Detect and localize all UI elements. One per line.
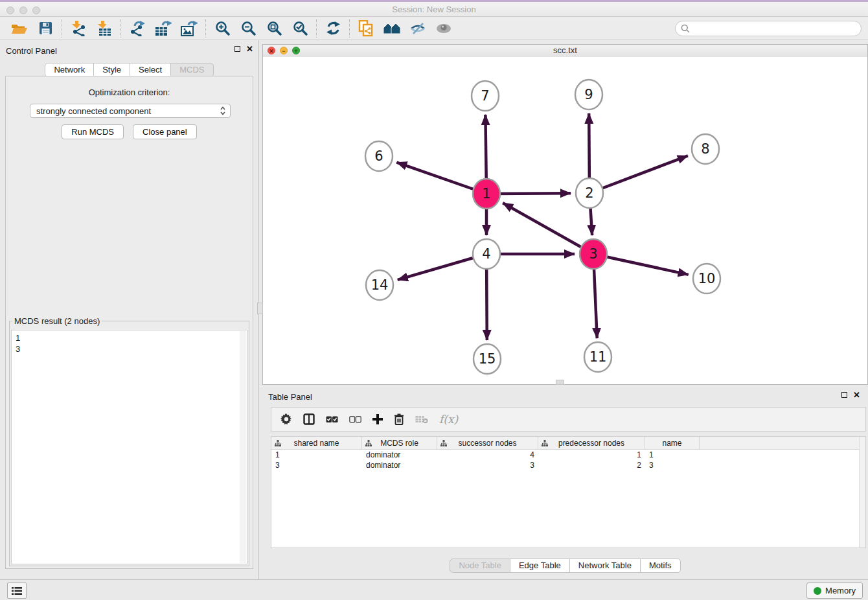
cell-shared-name[interactable]: 1 bbox=[271, 450, 362, 459]
graph-edge-2-8[interactable] bbox=[589, 156, 688, 193]
mcds-result-title: MCDS result (2 nodes) bbox=[12, 316, 102, 326]
network-window-titlebar[interactable]: ✕ − + scc.txt bbox=[263, 45, 867, 58]
column-header-shared-name[interactable]: shared name bbox=[271, 437, 362, 449]
hierarchy-icon bbox=[440, 440, 447, 446]
graph-edge-3-10[interactable] bbox=[593, 254, 689, 275]
task-history-button[interactable] bbox=[7, 583, 27, 599]
memory-label: Memory bbox=[825, 586, 856, 595]
column-header-predecessor-nodes[interactable]: predecessor nodes bbox=[538, 437, 645, 449]
add-column-icon[interactable] bbox=[372, 414, 383, 424]
column-label: name bbox=[662, 439, 681, 448]
network-canvas[interactable]: 1234678910111415 bbox=[263, 57, 867, 384]
tab-style[interactable]: Style bbox=[93, 63, 130, 77]
cell-name[interactable]: 3 bbox=[645, 461, 700, 470]
memory-button[interactable]: Memory bbox=[806, 583, 863, 599]
network-close-icon[interactable]: ✕ bbox=[268, 47, 275, 54]
graph-edge-3-1[interactable] bbox=[503, 203, 593, 254]
table-row[interactable]: 3 dominator 3 2 3 bbox=[271, 460, 865, 470]
close-window-icon[interactable] bbox=[6, 6, 14, 14]
column-label: predecessor nodes bbox=[558, 439, 624, 448]
cell-successor-nodes[interactable]: 3 bbox=[437, 461, 538, 470]
minimize-window-icon[interactable] bbox=[19, 6, 27, 14]
refresh-button[interactable] bbox=[320, 19, 346, 38]
tab-motifs[interactable]: Motifs bbox=[640, 559, 681, 573]
import-table-button[interactable] bbox=[91, 19, 117, 38]
export-image-button[interactable] bbox=[176, 19, 202, 38]
cell-successor-nodes[interactable]: 4 bbox=[437, 450, 538, 459]
search-input[interactable] bbox=[693, 23, 856, 34]
graph-node-label: 7 bbox=[481, 88, 489, 104]
select-all-icon[interactable] bbox=[326, 416, 338, 423]
graph-node-label: 15 bbox=[479, 351, 496, 367]
column-header-successor-nodes[interactable]: successor nodes bbox=[437, 437, 538, 449]
column-header-mcds-role[interactable]: MCDS role bbox=[362, 437, 437, 449]
toolbar-separator bbox=[62, 19, 62, 38]
main-toolbar bbox=[0, 17, 868, 40]
column-header-name[interactable]: name bbox=[645, 437, 700, 449]
tab-network[interactable]: Network bbox=[45, 63, 94, 77]
save-button[interactable] bbox=[32, 19, 58, 38]
window-titlebar: Session: New Session bbox=[0, 0, 868, 17]
graph-node-label: 3 bbox=[589, 246, 597, 262]
export-network-button[interactable] bbox=[124, 19, 150, 38]
hide-selection-button[interactable] bbox=[405, 19, 431, 38]
graph-node-label: 4 bbox=[482, 246, 490, 262]
deselect-all-icon[interactable] bbox=[349, 416, 361, 423]
open-button[interactable] bbox=[6, 19, 32, 38]
hierarchy-icon bbox=[542, 440, 548, 446]
result-scrollbar[interactable] bbox=[240, 331, 246, 563]
toolbar-separator bbox=[316, 19, 317, 38]
show-all-button[interactable] bbox=[431, 19, 457, 38]
zoom-selected-button[interactable] bbox=[287, 19, 313, 38]
tab-mcds[interactable]: MCDS bbox=[170, 63, 213, 77]
tab-select[interactable]: Select bbox=[130, 63, 171, 77]
node-table[interactable]: shared name MCDS role successor nodes pr… bbox=[271, 436, 866, 548]
graph-node-label: 9 bbox=[584, 87, 593, 102]
vertical-splitter-handle[interactable] bbox=[556, 380, 564, 385]
search-box[interactable] bbox=[675, 21, 862, 36]
cell-mcds-role[interactable]: dominator bbox=[362, 450, 437, 459]
delete-table-icon bbox=[415, 415, 428, 424]
home-button[interactable] bbox=[379, 19, 405, 38]
horizontal-splitter-handle[interactable] bbox=[257, 303, 263, 314]
zoom-in-button[interactable] bbox=[209, 19, 235, 38]
window-title: Session: New Session bbox=[0, 2, 868, 17]
zoom-out-button[interactable] bbox=[235, 19, 261, 38]
close-table-panel-icon[interactable]: ✕ bbox=[853, 392, 860, 398]
gear-icon[interactable] bbox=[280, 413, 292, 425]
zoom-window-icon[interactable] bbox=[32, 6, 40, 14]
split-view-icon[interactable] bbox=[303, 413, 315, 425]
float-table-panel-icon[interactable] bbox=[841, 392, 847, 398]
float-panel-icon[interactable] bbox=[234, 46, 240, 52]
select-stepper-icon bbox=[220, 106, 226, 115]
close-panel-button[interactable]: Close panel bbox=[133, 124, 197, 139]
import-network-button[interactable] bbox=[65, 19, 91, 38]
mcds-result-text[interactable]: 1 3 bbox=[11, 330, 247, 564]
close-panel-icon[interactable]: ✕ bbox=[246, 46, 253, 52]
cell-predecessor-nodes[interactable]: 1 bbox=[538, 450, 645, 459]
copy-network-button[interactable] bbox=[353, 19, 379, 38]
export-table-button[interactable] bbox=[150, 19, 176, 38]
network-maximize-icon[interactable]: + bbox=[292, 47, 300, 54]
table-row[interactable]: 1 dominator 4 1 1 bbox=[271, 450, 865, 460]
cell-predecessor-nodes[interactable]: 2 bbox=[538, 461, 645, 470]
tab-edge-table[interactable]: Edge Table bbox=[510, 559, 570, 573]
table-scrollbar[interactable] bbox=[859, 437, 865, 548]
tab-network-table[interactable]: Network Table bbox=[569, 559, 641, 573]
criterion-select[interactable]: strongly connected component bbox=[30, 104, 231, 118]
zoom-fit-icon bbox=[267, 21, 282, 36]
network-minimize-icon[interactable]: − bbox=[280, 47, 288, 54]
result-line: 3 bbox=[16, 343, 247, 354]
export-network-icon bbox=[129, 21, 146, 36]
hierarchy-icon bbox=[365, 440, 372, 446]
zoom-fit-button[interactable] bbox=[261, 19, 287, 38]
delete-column-icon[interactable] bbox=[394, 413, 404, 425]
cell-name[interactable]: 1 bbox=[645, 450, 700, 459]
cell-shared-name[interactable]: 3 bbox=[271, 461, 362, 470]
traffic-lights[interactable] bbox=[6, 6, 40, 14]
cell-mcds-role[interactable]: dominator bbox=[362, 461, 437, 470]
open-icon bbox=[11, 22, 28, 35]
run-mcds-button[interactable]: Run MCDS bbox=[62, 124, 124, 139]
tab-node-table[interactable]: Node Table bbox=[450, 559, 510, 573]
toolbar-separator bbox=[205, 19, 206, 38]
